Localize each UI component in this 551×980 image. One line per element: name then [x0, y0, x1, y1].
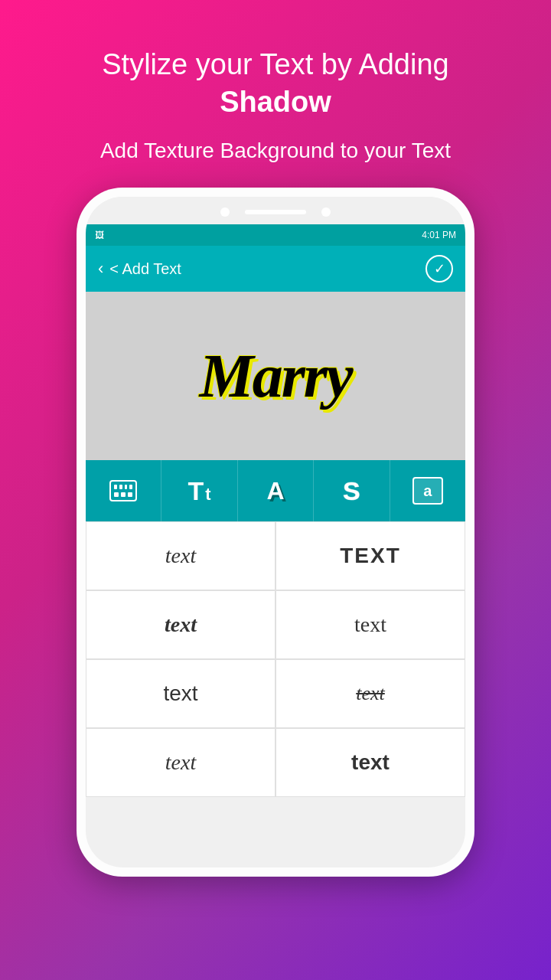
back-arrow-icon[interactable]: ‹: [98, 259, 103, 279]
promo-line1: Stylize your Text by Adding Shadow: [100, 46, 451, 122]
font-preview-3: text: [165, 612, 197, 637]
font-preview-5: text: [163, 681, 197, 706]
font-tt-icon: T t: [188, 476, 211, 506]
status-time: 4:01 PM: [422, 230, 456, 240]
status-bar: 🖼 4:01 PM: [86, 224, 465, 246]
texture-icon: a: [412, 477, 443, 505]
font-option-8[interactable]: text: [276, 728, 465, 797]
phone-mockup: 🖼 4:01 PM ‹ < Add Text ✓ Marry: [77, 188, 474, 877]
promo-text: Stylize your Text by Adding Shadow Add T…: [70, 46, 481, 165]
phone-notch: [86, 197, 465, 224]
shadow-icon: A: [266, 477, 284, 505]
font-preview-8: text: [351, 750, 390, 775]
kb-row2: [114, 492, 132, 497]
status-icon: 🖼: [95, 230, 104, 240]
font-option-3[interactable]: text: [86, 590, 276, 659]
font-preview-2: TEXT: [340, 544, 401, 568]
canvas-text: Marry: [200, 341, 352, 411]
header-nav[interactable]: ‹ < Add Text: [98, 259, 181, 279]
font-style-button[interactable]: T t: [161, 460, 237, 521]
stroke-button[interactable]: S: [314, 460, 390, 521]
phone-frame: 🖼 4:01 PM ‹ < Add Text ✓ Marry: [77, 188, 474, 877]
app-header: ‹ < Add Text ✓: [86, 246, 465, 292]
font-preview-1: text: [165, 544, 196, 568]
kb-row1: [114, 485, 132, 489]
font-option-5[interactable]: text: [86, 659, 276, 728]
phone-pill: [245, 210, 306, 214]
font-preview-4: text: [354, 612, 386, 637]
promo-line2: Add Texture Background to your Text: [100, 137, 451, 165]
font-grid: text TEXT text text text text text: [86, 521, 465, 797]
font-option-4[interactable]: text: [276, 590, 465, 659]
keyboard-icon: [109, 480, 137, 501]
shadow-button[interactable]: A: [238, 460, 314, 521]
font-preview-7: text: [165, 750, 196, 775]
font-option-7[interactable]: text: [86, 728, 276, 797]
check-icon: ✓: [434, 260, 445, 277]
font-preview-6: text: [356, 682, 385, 705]
font-option-2[interactable]: TEXT: [276, 521, 465, 590]
keyboard-button[interactable]: [86, 460, 161, 521]
confirm-button[interactable]: ✓: [425, 255, 453, 283]
edit-toolbar: T t A S a: [86, 460, 465, 521]
font-option-1[interactable]: text: [86, 521, 276, 590]
header-title: < Add Text: [109, 260, 181, 278]
stroke-icon: S: [343, 476, 360, 506]
text-canvas: Marry: [86, 292, 465, 460]
phone-dot-right: [321, 207, 331, 217]
phone-dot-left: [220, 207, 230, 217]
texture-button[interactable]: a: [390, 460, 465, 521]
font-option-6[interactable]: text: [276, 659, 465, 728]
